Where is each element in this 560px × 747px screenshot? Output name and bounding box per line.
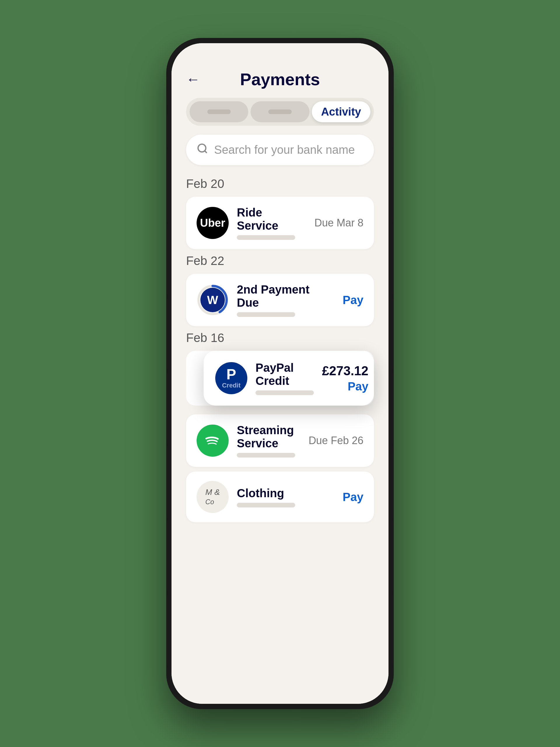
tab-pill-2[interactable] [250, 101, 309, 122]
paypal-amount-block: £273.12 Pay [322, 364, 368, 393]
date-feb16: Feb 16 [186, 331, 374, 345]
spotify-avatar [196, 424, 229, 457]
svg-line-1 [205, 151, 207, 153]
back-arrow-icon: ← [186, 71, 200, 87]
payment-card-marks[interactable]: M &Co Clothing Pay [186, 471, 374, 522]
marks-avatar: M &Co [196, 481, 229, 513]
spotify-due-date: Due Feb 26 [309, 435, 364, 447]
paypal-card-container: P Credit PayPal Credit £273.12 Pay [186, 351, 374, 406]
payment-card-paypal[interactable]: P Credit PayPal Credit £273.12 Pay [204, 351, 374, 406]
uber-icon-label: Uber [200, 217, 225, 229]
payment-card-spotify[interactable]: Streaming Service Due Feb 26 [186, 414, 374, 467]
waystar-subtitle-bar [237, 312, 295, 317]
paypal-amount: £273.12 [322, 364, 368, 378]
waystar-card-info: 2nd Payment Due [237, 283, 335, 317]
tab-pill-1[interactable] [190, 101, 248, 122]
back-button[interactable]: ← [186, 71, 200, 87]
marks-pay-button[interactable]: Pay [343, 490, 364, 504]
waystar-avatar-wrap: W [196, 284, 229, 316]
phone-frame: ← Payments Activity [166, 38, 394, 709]
paypal-avatar: P Credit [215, 362, 247, 394]
waystar-pay-button[interactable]: Pay [343, 293, 364, 307]
waystar-avatar-inner: W [201, 288, 225, 312]
header: ← Payments [186, 61, 374, 95]
tab-activity-label: Activity [321, 106, 361, 118]
payment-card-waystar[interactable]: W 2nd Payment Due Pay [186, 274, 374, 326]
spotify-icon-svg [204, 432, 221, 449]
content-area: ← Payments Activity [171, 61, 389, 704]
uber-subtitle-bar [237, 235, 295, 240]
paypal-pay-button[interactable]: Pay [348, 380, 368, 393]
svg-point-0 [198, 144, 206, 152]
date-feb22: Feb 22 [186, 254, 374, 268]
spotify-card-info: Streaming Service [237, 424, 300, 458]
search-icon [196, 143, 208, 157]
search-placeholder: Search for your bank name [214, 143, 355, 156]
paypal-card-info: PayPal Credit [256, 361, 314, 395]
date-feb20: Feb 20 [186, 177, 374, 191]
uber-due-date: Due Mar 8 [314, 217, 364, 229]
uber-avatar: Uber [196, 207, 229, 239]
page-title: Payments [240, 70, 320, 89]
spotify-subtitle-bar [237, 453, 295, 458]
marks-title: Clothing [237, 487, 335, 500]
waystar-title: 2nd Payment Due [237, 283, 335, 309]
phone-screen: ← Payments Activity [171, 43, 389, 704]
uber-title: Ride Service [237, 206, 306, 232]
status-bar [171, 43, 389, 61]
payment-card-uber[interactable]: Uber Ride Service Due Mar 8 [186, 197, 374, 249]
paypal-credit-sublabel: Credit [222, 382, 241, 389]
tab-inactive-bar-2 [268, 109, 292, 114]
marks-card-info: Clothing [237, 487, 335, 508]
paypal-title: PayPal Credit [256, 361, 314, 387]
paypal-subtitle-bar [256, 390, 314, 395]
waystar-icon-label: W [207, 293, 218, 307]
tab-activity[interactable]: Activity [312, 101, 370, 122]
spotify-title: Streaming Service [237, 424, 300, 450]
tab-bar: Activity [186, 98, 374, 126]
marks-subtitle-bar [237, 503, 295, 508]
marks-icon-label: M &Co [205, 488, 220, 506]
paypal-icon-label: P [226, 367, 236, 382]
uber-card-info: Ride Service [237, 206, 306, 240]
tab-inactive-bar-1 [207, 109, 231, 114]
search-bar[interactable]: Search for your bank name [186, 134, 374, 165]
